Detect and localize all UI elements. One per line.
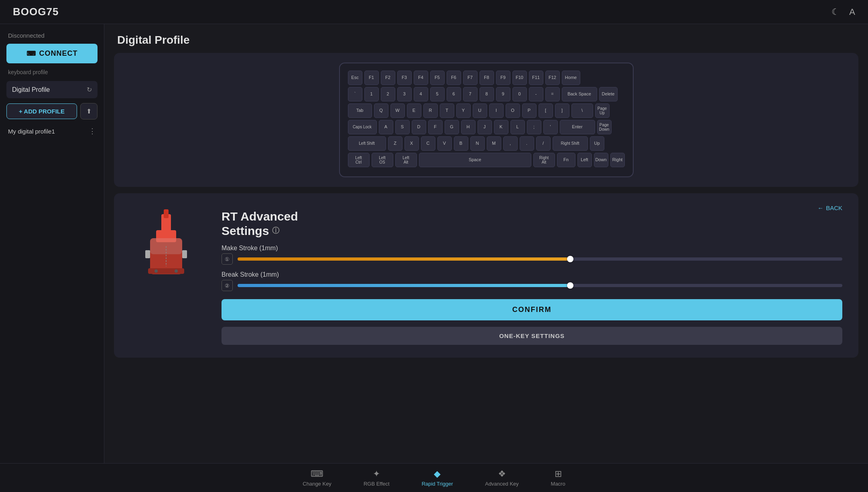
key-5[interactable]: 5 [430, 87, 445, 101]
key-right[interactable]: Right [610, 153, 625, 167]
key-i[interactable]: I [489, 103, 504, 118]
bottom-item-advanced-key[interactable]: ❖ Advanced Key [485, 469, 519, 487]
key-f5[interactable]: F5 [430, 71, 445, 85]
key-right-shift[interactable]: Right Shift [553, 136, 588, 151]
key-f2[interactable]: F2 [381, 71, 395, 85]
key-pageup[interactable]: PageUp [595, 103, 610, 118]
key-6[interactable]: 6 [447, 87, 461, 101]
key-c[interactable]: C [421, 136, 435, 151]
key-n[interactable]: N [470, 136, 485, 151]
help-icon[interactable]: ⓘ [272, 227, 279, 235]
key-q[interactable]: Q [374, 103, 388, 118]
key-f11[interactable]: F11 [529, 71, 543, 85]
key-esc[interactable]: Esc [348, 71, 362, 85]
key-j[interactable]: J [478, 120, 492, 134]
key-tab[interactable]: Tab [348, 103, 372, 118]
key-f12[interactable]: F12 [545, 71, 560, 85]
key-f9[interactable]: F9 [496, 71, 510, 85]
key-f10[interactable]: F10 [512, 71, 527, 85]
key-lbracket[interactable]: [ [539, 103, 553, 118]
key-capslock[interactable]: Caps Lock [348, 120, 377, 134]
key-pagedown[interactable]: PageDown [597, 120, 612, 134]
key-backtick[interactable]: ` [348, 87, 362, 101]
key-slash[interactable]: / [536, 136, 551, 151]
onekey-settings-button[interactable]: ONE-KEY SETTINGS [222, 327, 842, 345]
theme-icon[interactable]: ☾ [831, 7, 840, 17]
key-semicolon[interactable]: ; [527, 120, 541, 134]
key-minus[interactable]: - [529, 87, 543, 101]
key-r[interactable]: R [423, 103, 438, 118]
export-button[interactable]: ⬆ [80, 103, 98, 119]
key-f7[interactable]: F7 [463, 71, 478, 85]
key-p[interactable]: P [522, 103, 537, 118]
add-profile-button[interactable]: + ADD PROFILE [6, 103, 77, 119]
key-0[interactable]: 0 [512, 87, 527, 101]
key-f[interactable]: F [428, 120, 443, 134]
key-h[interactable]: H [461, 120, 476, 134]
key-space[interactable]: Space [419, 153, 531, 167]
key-g[interactable]: G [445, 120, 459, 134]
key-down[interactable]: Down [594, 153, 608, 167]
key-1[interactable]: 1 [364, 87, 379, 101]
key-9[interactable]: 9 [496, 87, 510, 101]
key-l[interactable]: L [510, 120, 525, 134]
key-f1[interactable]: F1 [364, 71, 379, 85]
bottom-item-rapid-trigger[interactable]: ◆ Rapid Trigger [422, 469, 453, 487]
key-f6[interactable]: F6 [447, 71, 461, 85]
key-period[interactable]: . [520, 136, 534, 151]
key-up[interactable]: Up [590, 136, 604, 151]
key-y[interactable]: Y [456, 103, 471, 118]
key-8[interactable]: 8 [480, 87, 494, 101]
key-7[interactable]: 7 [463, 87, 478, 101]
key-comma[interactable]: , [503, 136, 518, 151]
make-stroke-slider[interactable] [238, 257, 842, 261]
key-home[interactable]: Home [562, 71, 580, 85]
key-k[interactable]: K [494, 120, 508, 134]
digital-profile-item[interactable]: Digital Profile ↻ [6, 81, 98, 98]
key-v[interactable]: V [437, 136, 452, 151]
key-f8[interactable]: F8 [480, 71, 494, 85]
key-delete[interactable]: Delete [599, 87, 618, 101]
key-e[interactable]: E [407, 103, 421, 118]
key-w[interactable]: W [390, 103, 405, 118]
confirm-button[interactable]: CONFIRM [222, 299, 842, 320]
key-fn[interactable]: Fn [557, 153, 575, 167]
break-stroke-thumb[interactable] [567, 282, 573, 289]
language-icon[interactable]: A [849, 7, 855, 17]
key-t[interactable]: T [440, 103, 454, 118]
connect-button[interactable]: ⌨ CONNECT [6, 44, 98, 63]
key-f4[interactable]: F4 [414, 71, 428, 85]
bottom-item-macro[interactable]: ⊞ Macro [551, 469, 565, 487]
key-4[interactable]: 4 [414, 87, 428, 101]
key-u[interactable]: U [473, 103, 487, 118]
key-m[interactable]: M [487, 136, 501, 151]
back-button[interactable]: ← BACK [817, 204, 842, 211]
key-enter[interactable]: Enter [560, 120, 595, 134]
key-backslash[interactable]: \ [571, 103, 593, 118]
key-left-shift[interactable]: Left Shift [348, 136, 386, 151]
key-x[interactable]: X [405, 136, 419, 151]
bottom-item-change-key[interactable]: ⌨ Change Key [303, 469, 331, 487]
key-f3[interactable]: F3 [397, 71, 412, 85]
key-2[interactable]: 2 [381, 87, 395, 101]
key-quote[interactable]: ' [543, 120, 558, 134]
key-right-alt[interactable]: RightAlt [533, 153, 555, 167]
key-s[interactable]: S [395, 120, 410, 134]
key-left-alt[interactable]: LeftAlt [395, 153, 417, 167]
make-stroke-thumb[interactable] [567, 256, 573, 262]
key-d[interactable]: D [412, 120, 426, 134]
key-left-ctrl[interactable]: LeftCtrl [348, 153, 370, 167]
key-equals[interactable]: = [545, 87, 560, 101]
key-rbracket[interactable]: ] [555, 103, 569, 118]
key-a[interactable]: A [379, 120, 393, 134]
key-left-os[interactable]: LeftOS [372, 153, 393, 167]
key-left[interactable]: Left [577, 153, 592, 167]
profile-menu-icon[interactable]: ⋮ [89, 127, 96, 136]
key-b[interactable]: B [454, 136, 468, 151]
key-backspace[interactable]: Back Space [562, 87, 597, 101]
key-z[interactable]: Z [388, 136, 402, 151]
key-o[interactable]: O [506, 103, 520, 118]
break-stroke-slider[interactable] [238, 284, 842, 287]
key-3[interactable]: 3 [397, 87, 412, 101]
bottom-item-rgb-effect[interactable]: ✦ RGB Effect [364, 469, 390, 487]
